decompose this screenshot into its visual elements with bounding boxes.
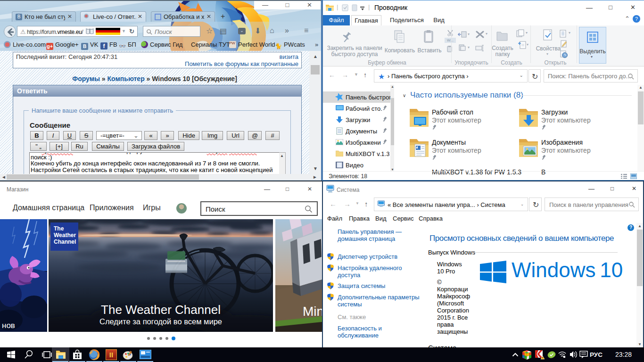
svg-text:The Weather Channel: The Weather Channel	[101, 303, 221, 317]
svg-text:Следите за погодой во всем мир: Следите за погодой во всем мире	[99, 317, 222, 326]
svg-text:Min: Min	[303, 304, 322, 319]
